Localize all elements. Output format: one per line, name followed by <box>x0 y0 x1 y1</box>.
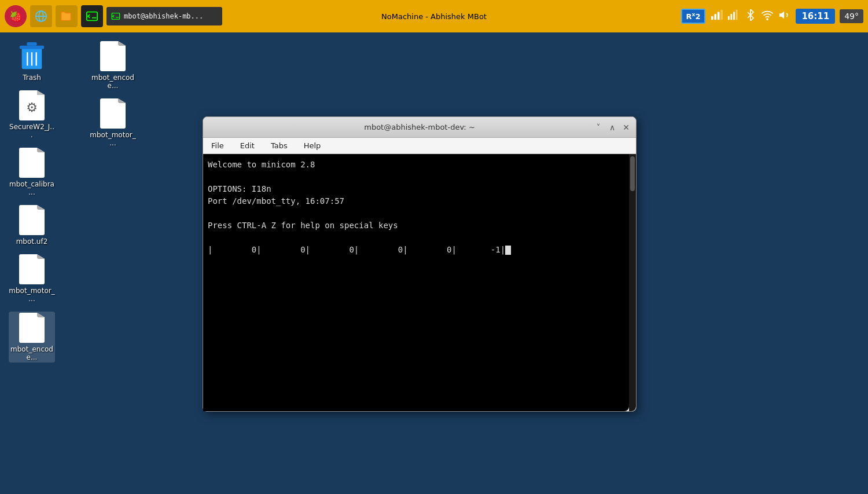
mbot-calibra-icon-label: mbot_calibra... <box>9 180 55 196</box>
window-controls: ˅ ∧ ✕ <box>593 122 631 133</box>
window-maximize-btn[interactable]: ∧ <box>607 122 617 133</box>
menu-tabs[interactable]: Tabs <box>267 140 291 151</box>
desktop: Trash ⚙ SecureW2_J... mbot_calibra... <box>0 32 868 494</box>
mbot-encode2-icon <box>17 313 47 343</box>
terminal-content-area: Welcome to minicom 2.8 OPTIONS: I18n Por… <box>203 154 636 411</box>
top-bar: NoMachine - Abhishek MBot 🍓 <box>0 0 868 32</box>
wifi-icon[interactable] <box>761 9 774 24</box>
svg-rect-11 <box>728 16 730 19</box>
mbot-motor2-icon-label: mbot_motor_... <box>9 287 55 303</box>
wifi-bars-icon <box>727 9 740 24</box>
terminal-text-line-1: Welcome to minicom 2.8 OPTIONS: I18n Por… <box>208 159 624 256</box>
raspi-logo[interactable]: 🍓 <box>5 5 27 27</box>
svg-rect-10 <box>721 9 723 19</box>
svg-rect-13 <box>734 12 735 20</box>
rx2-badge: Rx2 <box>681 9 706 24</box>
terminal-menu-bar: File Edit Tabs Help <box>203 138 636 154</box>
svg-marker-16 <box>779 11 784 19</box>
terminal-scrollbar[interactable] <box>629 154 636 411</box>
svg-rect-19 <box>27 42 36 46</box>
mbot-calibra-icon <box>17 148 47 178</box>
mbot-motor1-icon <box>98 98 128 129</box>
folder-icon-btn[interactable] <box>56 5 78 27</box>
desktop-icon-mbot-motor1[interactable]: mbot_motor_... <box>90 98 136 147</box>
desktop-icon-mbot-motor2[interactable]: mbot_motor_... <box>9 254 55 303</box>
mbot-motor2-icon <box>17 254 47 284</box>
mbot-uf2-icon <box>17 205 47 235</box>
svg-point-15 <box>767 19 768 20</box>
desktop-icon-securew2[interactable]: ⚙ SecureW2_J... <box>9 90 55 139</box>
trash-icon <box>17 41 47 71</box>
desktop-icon-column-2: mbot_encode... mbot_motor_... <box>90 41 136 147</box>
signal-bars-icon <box>710 9 723 24</box>
mbot-uf2-icon-label: mbot.uf2 <box>16 237 48 246</box>
mbot-encode2-icon-label: mbot_encode... <box>10 345 54 361</box>
desktop-icon-column-1: Trash ⚙ SecureW2_J... mbot_calibra... <box>9 41 55 363</box>
taskbar-left: 🍓 <box>0 5 222 27</box>
desktop-icon-mbot-calibra[interactable]: mbot_calibra... <box>9 148 55 196</box>
temp-display: 49° <box>840 9 863 23</box>
bluetooth-icon[interactable] <box>745 9 756 24</box>
window-collapse-btn[interactable]: ˅ <box>593 122 604 133</box>
clock-display: 16:11 <box>796 9 835 24</box>
svg-rect-18 <box>20 46 44 49</box>
securew2-icon-label: SecureW2_J... <box>9 123 55 139</box>
menu-edit[interactable]: Edit <box>237 140 258 151</box>
mbot-motor1-icon-label: mbot_motor_... <box>90 131 136 147</box>
terminal-output[interactable]: Welcome to minicom 2.8 OPTIONS: I18n Por… <box>203 154 629 411</box>
desktop-icon-mbot-uf2[interactable]: mbot.uf2 <box>9 205 55 246</box>
desktop-icon-mbot-encode2[interactable]: mbot_encode... <box>9 312 55 363</box>
menu-help[interactable]: Help <box>300 140 325 151</box>
securew2-icon: ⚙ <box>17 90 47 120</box>
scrollbar-thumb[interactable] <box>630 156 635 191</box>
window-close-btn[interactable]: ✕ <box>621 122 631 133</box>
desktop-icon-mbot-encode1[interactable]: mbot_encode... <box>90 41 136 90</box>
active-terminal-tab[interactable]: mbot@abhishek-mb... <box>106 7 222 25</box>
volume-icon[interactable] <box>778 9 791 24</box>
terminal-window: mbot@abhishek-mbot-dev: ~ ˅ ∧ ✕ File Edi… <box>203 116 637 412</box>
svg-rect-14 <box>736 9 738 19</box>
terminal-icon-btn[interactable] <box>81 5 103 27</box>
globe-icon-btn[interactable] <box>30 5 52 27</box>
window-title: NoMachine - Abhishek MBot <box>381 12 487 21</box>
svg-rect-8 <box>715 14 717 20</box>
terminal-cursor <box>505 246 511 255</box>
mbot-encode1-icon-label: mbot_encode... <box>90 74 136 90</box>
menu-file[interactable]: File <box>208 140 227 151</box>
taskbar-right: Rx2 <box>681 9 868 24</box>
terminal-tab-label: mbot@abhishek-mb... <box>124 12 203 20</box>
desktop-icon-trash[interactable]: Trash <box>9 41 55 82</box>
svg-rect-9 <box>718 12 720 20</box>
window-titlebar: mbot@abhishek-mbot-dev: ~ ˅ ∧ ✕ <box>203 117 636 138</box>
svg-rect-12 <box>731 14 733 20</box>
svg-rect-7 <box>711 16 713 19</box>
mbot-encode1-icon <box>98 41 128 71</box>
window-title-text: mbot@abhishek-mbot-dev: ~ <box>364 123 475 131</box>
trash-icon-label: Trash <box>23 74 41 82</box>
